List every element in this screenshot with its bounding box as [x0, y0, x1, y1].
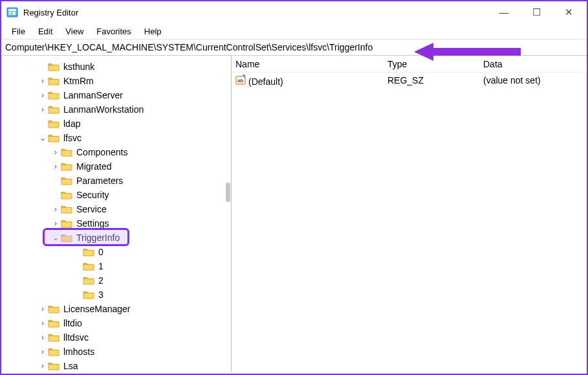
tree-item[interactable]: ldap — [1, 117, 231, 131]
tree-item[interactable]: ›KtmRm — [1, 74, 231, 88]
folder-icon — [48, 105, 60, 114]
chevron-right-icon[interactable]: › — [39, 347, 47, 356]
svg-rect-3 — [8, 14, 12, 15]
close-button[interactable]: ✕ — [560, 6, 578, 18]
tree-item-label: LanmanServer — [63, 90, 123, 100]
folder-icon — [48, 133, 60, 142]
tree-item[interactable]: ›Service — [1, 202, 231, 216]
tree-item[interactable]: ›Settings — [1, 216, 231, 231]
regedit-icon — [6, 6, 18, 18]
tree-item[interactable]: Security — [1, 188, 231, 202]
chevron-right-icon[interactable]: › — [39, 304, 47, 313]
chevron-right-icon[interactable]: › — [39, 333, 47, 342]
folder-icon — [61, 148, 72, 157]
folder-icon — [61, 190, 72, 199]
folder-icon — [48, 319, 60, 328]
value-name: (Default) — [248, 76, 283, 87]
menu-favorites[interactable]: Favorites — [90, 25, 137, 38]
value-type: REG_SZ — [387, 75, 483, 85]
tree-item[interactable]: ›Migrated — [1, 159, 231, 174]
tree-item-label: 1 — [98, 261, 103, 271]
svg-text:ab: ab — [237, 78, 243, 84]
folder-icon — [48, 347, 60, 356]
tree-item[interactable]: ⌄lfsvc — [1, 131, 231, 145]
chevron-right-icon[interactable]: › — [39, 319, 47, 328]
tree-item-label: KtmRm — [63, 76, 94, 86]
folder-icon — [83, 247, 94, 256]
tree-item[interactable]: 2 — [1, 273, 231, 288]
col-header-type[interactable]: Type — [387, 59, 483, 69]
tree-item-label: LanmanWorkstation — [63, 104, 144, 115]
tree-item[interactable]: ›lltdsvc — [1, 330, 231, 345]
tree-item[interactable]: ksthunk — [1, 60, 231, 74]
menu-file[interactable]: File — [5, 25, 32, 38]
tree-item-label: Components — [76, 147, 127, 157]
tree-item-label: Settings — [76, 218, 109, 229]
chevron-right-icon[interactable]: › — [39, 76, 47, 85]
maximize-button[interactable]: ☐ — [527, 6, 545, 18]
chevron-right-icon[interactable]: › — [52, 219, 60, 228]
tree-item[interactable]: ›LicenseManager — [1, 302, 231, 316]
address-bar — [1, 39, 587, 56]
menu-help[interactable]: Help — [138, 25, 168, 38]
list-header: Name Type Data — [232, 56, 587, 73]
list-pane: Name Type Data ab(Default)REG_SZ(value n… — [232, 56, 587, 372]
tree-item[interactable]: Parameters — [1, 174, 231, 188]
tree-item-label: ldap — [63, 119, 80, 129]
tree-item[interactable]: ›Components — [1, 145, 231, 159]
folder-icon — [48, 76, 60, 85]
chevron-right-icon[interactable]: › — [52, 205, 60, 214]
folder-icon — [61, 176, 72, 185]
tree-item[interactable]: ›lmhosts — [1, 345, 231, 359]
chevron-right-icon[interactable]: › — [52, 148, 60, 157]
tree-item[interactable]: 3 — [1, 288, 231, 302]
chevron-right-icon[interactable]: › — [39, 91, 47, 100]
folder-icon — [83, 290, 94, 299]
menu-view[interactable]: View — [59, 25, 90, 38]
chevron-down-icon[interactable]: ⌄ — [52, 233, 60, 242]
main-area: ksthunk›KtmRm›LanmanServer›LanmanWorksta… — [1, 56, 587, 372]
tree-item-label: Lsa — [63, 361, 78, 371]
folder-icon — [48, 62, 60, 71]
col-header-data[interactable]: Data — [483, 59, 587, 69]
window-title: Registry Editor — [23, 8, 78, 17]
menubar: File Edit View Favorites Help — [1, 23, 587, 39]
col-header-name[interactable]: Name — [235, 59, 387, 69]
scrollbar-thumb[interactable] — [226, 183, 230, 202]
folder-icon — [83, 276, 94, 285]
tree-item[interactable]: 0 — [1, 245, 231, 259]
titlebar: Registry Editor — ☐ ✕ — [1, 1, 587, 23]
tree-item-label: TriggerInfo — [76, 233, 120, 243]
tree-item-label: Service — [76, 204, 107, 214]
chevron-right-icon[interactable]: › — [39, 361, 47, 370]
tree-item-label: Migrated — [76, 161, 111, 172]
menu-edit[interactable]: Edit — [32, 25, 59, 38]
folder-icon — [61, 205, 72, 214]
tree-item-label: lmhosts — [63, 347, 94, 357]
tree-item[interactable]: ⌄TriggerInfo — [1, 231, 231, 245]
tree-pane: ksthunk›KtmRm›LanmanServer›LanmanWorksta… — [1, 56, 232, 372]
tree-item-label: LicenseManager — [63, 304, 131, 314]
svg-rect-1 — [8, 9, 16, 11]
value-data: (value not set) — [483, 75, 587, 85]
minimize-button[interactable]: — — [495, 6, 513, 18]
tree-item-label: lltdsvc — [63, 332, 89, 343]
chevron-right-icon[interactable]: › — [52, 162, 60, 171]
tree-item-label: lfsvc — [63, 133, 82, 143]
svg-rect-2 — [8, 12, 12, 13]
svg-rect-4 — [12, 12, 16, 15]
chevron-right-icon[interactable]: › — [39, 105, 47, 114]
folder-icon — [48, 304, 60, 313]
tree-item[interactable]: ›lltdio — [1, 316, 231, 330]
tree-item[interactable]: 1 — [1, 259, 231, 273]
tree-item[interactable]: ›LanmanWorkstation — [1, 102, 231, 117]
chevron-down-icon[interactable]: ⌄ — [39, 133, 47, 142]
folder-icon — [48, 361, 60, 370]
folder-icon — [48, 91, 60, 100]
tree-item[interactable]: ›LanmanServer — [1, 88, 231, 102]
list-row[interactable]: ab(Default)REG_SZ(value not set) — [232, 73, 587, 88]
tree-item-label: 2 — [98, 275, 103, 286]
tree-item[interactable]: ›Lsa — [1, 359, 231, 372]
address-input[interactable] — [5, 42, 583, 52]
tree-item-label: 3 — [98, 290, 103, 300]
